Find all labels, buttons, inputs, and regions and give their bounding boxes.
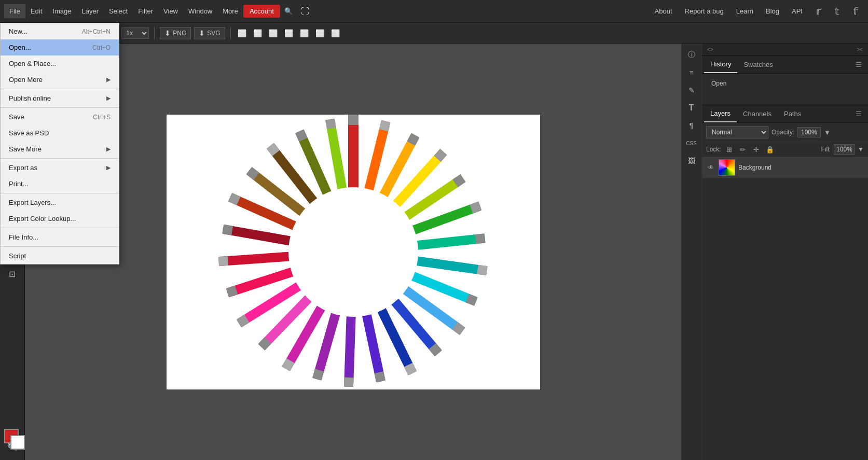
menu-file[interactable]: File (4, 4, 25, 18)
right-panel-icons: ⓘ ≡ ✎ T ¶ CSS 🖼 (681, 44, 702, 460)
menu-export-color-lookup[interactable]: Export Color Lookup... (1, 211, 119, 227)
menu-new[interactable]: New... Alt+Ctrl+N (1, 23, 119, 39)
divider-5 (1, 228, 119, 228)
publish-online-arrow: ▶ (106, 95, 111, 102)
right-panel-main: <> >< History Swatches ☰ Open Layers Cha… (702, 44, 868, 460)
menu-export-layers[interactable]: Export Layers... (1, 194, 119, 211)
menu-open[interactable]: Open... Ctrl+O (1, 39, 119, 55)
text-tool-icon[interactable]: T (683, 100, 700, 116)
menu-open-place[interactable]: Open & Place... (1, 55, 119, 72)
tab-layers[interactable]: Layers (704, 105, 737, 122)
divider-3 (1, 158, 119, 159)
tab-swatches[interactable]: Swatches (737, 57, 779, 73)
align-center-h-icon[interactable]: ⬜ (252, 27, 264, 39)
canvas-background (25, 44, 681, 460)
background-color[interactable] (10, 435, 25, 450)
svg-rect-79 (325, 118, 336, 129)
menu-account[interactable]: Account (243, 5, 280, 18)
history-content: Open (702, 74, 868, 105)
svg-point-81 (327, 226, 379, 278)
menu-layer[interactable]: Layer (77, 4, 104, 18)
right-panel-wrapper: ⓘ ≡ ✎ T ¶ CSS 🖼 <> >< History Swatches ☰ (681, 44, 868, 460)
distribute-icon[interactable]: ⬜ (329, 27, 342, 39)
menu-blog[interactable]: Blog (761, 4, 784, 18)
align-left-icon[interactable]: ⬜ (236, 27, 249, 39)
layer-thumb-preview (719, 160, 735, 175)
facebook-icon[interactable]: 𝕗 (847, 3, 864, 20)
info-icon[interactable]: ⓘ (683, 47, 700, 63)
menu-print[interactable]: Print... (1, 176, 119, 192)
divider-6 (1, 246, 119, 247)
lock-pixels-icon[interactable]: ⊞ (724, 144, 735, 155)
tool-eyedropper[interactable]: ⊡ (3, 264, 22, 283)
tab-channels[interactable]: Channels (737, 106, 778, 122)
menu-open-more[interactable]: Open More ▶ (1, 72, 119, 88)
fill-input[interactable] (834, 144, 855, 155)
canvas-image[interactable] (167, 115, 540, 389)
export-svg-button[interactable]: ⬇ SVG (194, 27, 225, 39)
image-icon[interactable]: 🖼 (683, 152, 700, 169)
menu-filter[interactable]: Filter (133, 4, 158, 18)
menu-more[interactable]: More (217, 4, 243, 18)
search-icon[interactable]: 🔍 (280, 3, 297, 20)
align-right-icon[interactable]: ⬜ (267, 27, 280, 39)
collapse-left-arrow[interactable]: <> (705, 45, 715, 54)
history-item-open[interactable]: Open (708, 78, 862, 89)
menu-select[interactable]: Select (104, 4, 133, 18)
css-icon[interactable]: CSS (683, 135, 700, 151)
save-more-arrow: ▶ (106, 146, 111, 152)
divider-4 (1, 193, 119, 193)
opacity-input[interactable] (797, 127, 821, 137)
menu-edit[interactable]: Edit (25, 4, 47, 18)
layer-thumbnail (719, 159, 735, 176)
twitter-icon[interactable]: 𝕥 (829, 3, 845, 20)
menu-bug[interactable]: Report a bug (680, 4, 729, 18)
layer-item-background[interactable]: 👁 Background (702, 157, 868, 178)
menu-save-more[interactable]: Save More ▶ (1, 141, 119, 157)
align-top-icon[interactable]: ⬜ (283, 27, 295, 39)
menu-publish-online[interactable]: Publish online ▶ (1, 90, 119, 106)
opacity-dropdown-arrow[interactable]: ▼ (824, 129, 831, 136)
align-middle-v-icon[interactable]: ⬜ (298, 27, 311, 39)
opacity-label: Opacity: (771, 129, 794, 136)
blend-mode-select[interactable]: Normal Multiply Screen Overlay (706, 126, 768, 138)
menu-save-psd[interactable]: Save as PSD (1, 125, 119, 141)
menu-save[interactable]: Save Ctrl+S (1, 109, 119, 125)
menu-api[interactable]: API (787, 4, 808, 18)
align-bottom-icon[interactable]: ⬜ (314, 27, 326, 39)
canvas-area[interactable] (25, 44, 681, 460)
menu-script[interactable]: Script (1, 248, 119, 264)
collapse-right-arrow[interactable]: >< (855, 45, 865, 54)
menu-view[interactable]: View (158, 4, 183, 18)
layers-panel-menu[interactable]: ☰ (851, 108, 866, 120)
menu-window[interactable]: Window (183, 4, 217, 18)
paragraph-icon[interactable]: ¶ (683, 117, 700, 134)
menu-learn[interactable]: Learn (731, 4, 759, 18)
top-right-menu: About Report a bug Learn Blog API 𝕣 𝕥 𝕗 (650, 3, 864, 20)
color-swatches (4, 429, 25, 450)
tab-history[interactable]: History (704, 56, 737, 73)
layer-visibility-toggle[interactable]: 👁 (706, 163, 715, 172)
menu-image[interactable]: Image (47, 4, 76, 18)
svg-rect-4 (348, 115, 359, 125)
reddit-icon[interactable]: 𝕣 (810, 3, 826, 20)
lock-position-icon[interactable]: ✏ (738, 144, 748, 155)
toolbar: Transform controls Distances 1x 2x 0.5x … (0, 23, 868, 44)
menu-file-info[interactable]: File Info... (1, 229, 119, 245)
settings-icon[interactable]: ≡ (683, 64, 700, 81)
menu-export-as[interactable]: Export as ▶ (1, 160, 119, 176)
zoom-select[interactable]: 1x 2x 0.5x (121, 27, 149, 39)
svg-rect-22 (475, 233, 485, 244)
lock-move-icon[interactable]: ✛ (751, 144, 762, 155)
menu-about[interactable]: About (650, 4, 678, 18)
tab-paths[interactable]: Paths (778, 106, 807, 122)
history-panel-menu[interactable]: ☰ (851, 59, 866, 71)
brush-icon[interactable]: ✎ (683, 82, 700, 99)
export-png-button[interactable]: ⬇ PNG (160, 27, 191, 39)
toolbar-divider-3 (154, 27, 155, 39)
layers-lock-row: Lock: ⊞ ✏ ✛ 🔒 Fill: ▼ (702, 142, 868, 157)
fullscreen-icon[interactable]: ⛶ (297, 3, 313, 20)
toolbar-divider-4 (230, 27, 231, 39)
fill-dropdown-arrow[interactable]: ▼ (858, 146, 864, 153)
lock-all-icon[interactable]: 🔒 (765, 144, 775, 155)
